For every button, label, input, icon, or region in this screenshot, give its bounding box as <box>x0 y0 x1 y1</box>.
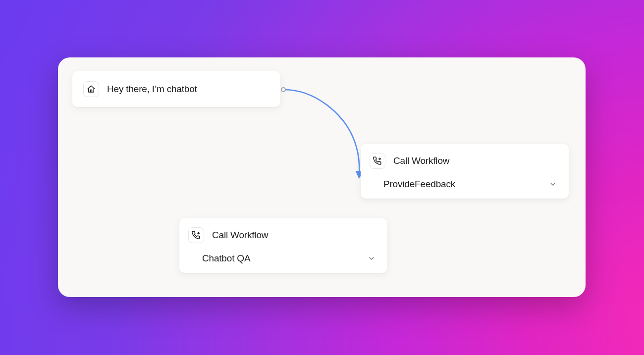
node-start[interactable]: Hey there, I’m chatbot <box>72 71 280 107</box>
workflow-select-value: Chatbot QA <box>202 253 250 264</box>
node-header: Call Workflow <box>188 227 376 243</box>
chevron-down-icon <box>549 180 557 188</box>
home-icon <box>83 81 99 97</box>
node-title: Hey there, I’m chatbot <box>107 84 197 95</box>
workflow-select-value: ProvideFeedback <box>383 179 455 190</box>
node-call-workflow-qa[interactable]: Call Workflow Chatbot QA <box>179 218 387 273</box>
workflow-select[interactable]: Chatbot QA <box>188 253 376 264</box>
workflow-select[interactable]: ProvideFeedback <box>370 179 558 190</box>
node-call-workflow-feedback[interactable]: Call Workflow ProvideFeedback <box>361 144 569 199</box>
node-header: Call Workflow <box>370 153 558 169</box>
node-title: Call Workflow <box>393 155 449 166</box>
node-title: Call Workflow <box>212 230 268 241</box>
chevron-down-icon <box>368 254 376 262</box>
phone-forward-icon <box>370 153 385 169</box>
node-header: Hey there, I’m chatbot <box>83 81 269 97</box>
workflow-canvas[interactable]: Hey there, I’m chatbot Call Workflow Pro… <box>58 57 586 297</box>
phone-forward-icon <box>188 227 204 243</box>
output-port[interactable] <box>281 87 286 92</box>
